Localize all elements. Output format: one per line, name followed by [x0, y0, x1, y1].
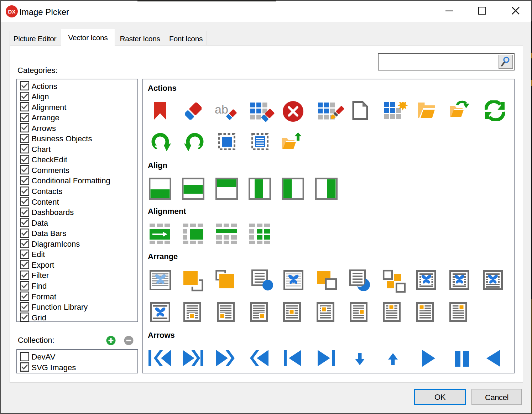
svg-text:ab: ab	[215, 103, 228, 116]
svg-text:DX: DX	[8, 9, 16, 15]
